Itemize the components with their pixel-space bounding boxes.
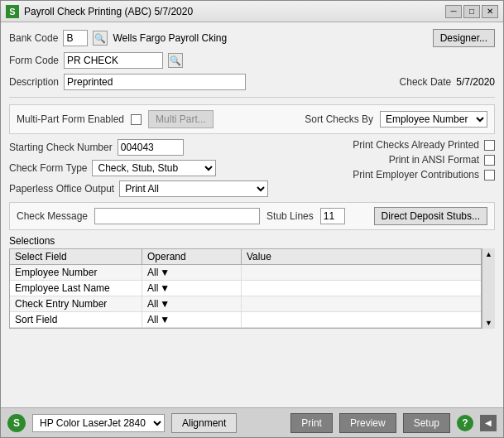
divider1 bbox=[9, 97, 495, 98]
field-employee-number: Employee Number bbox=[10, 265, 142, 280]
description-input[interactable] bbox=[64, 74, 246, 90]
print-button[interactable]: Print bbox=[290, 413, 333, 433]
table-row: Sort Field All ▼ bbox=[10, 312, 481, 328]
selections-section: Selections Select Field Operand Value Em… bbox=[9, 235, 495, 401]
print-ansi-row: Print in ANSI Format bbox=[296, 154, 495, 166]
print-ansi-checkbox[interactable] bbox=[484, 155, 495, 166]
operand-employee-lastname: All ▼ bbox=[142, 281, 242, 296]
message-section: Check Message Stub Lines Direct Deposit … bbox=[9, 202, 495, 230]
check-form-row: Check Form Type Check, Stub, Stub Stub, … bbox=[9, 160, 288, 176]
minimize-button[interactable]: ─ bbox=[445, 5, 462, 18]
table-header: Select Field Operand Value bbox=[10, 249, 481, 265]
paperless-select[interactable]: Print All Print None Print Selected bbox=[119, 180, 268, 197]
field-check-entry: Check Entry Number bbox=[10, 296, 142, 311]
sage-icon: S bbox=[7, 414, 26, 432]
table-row: Employee Last Name All ▼ bbox=[10, 281, 481, 296]
scroll-down-icon[interactable]: ▼ bbox=[485, 319, 492, 327]
bank-code-label: Bank Code bbox=[9, 32, 58, 44]
field-employee-lastname: Employee Last Name bbox=[10, 281, 142, 296]
direct-deposit-button[interactable]: Direct Deposit Stubs... bbox=[374, 207, 487, 225]
field-sort-field: Sort Field bbox=[10, 312, 142, 327]
close-button[interactable]: ✕ bbox=[482, 5, 498, 18]
operand-employee-number: All ▼ bbox=[142, 265, 242, 280]
table-row: Employee Number All ▼ bbox=[10, 265, 481, 281]
maximize-button[interactable]: □ bbox=[463, 5, 480, 18]
col-value: Value bbox=[242, 249, 481, 264]
form-code-row: Form Code 🔍 bbox=[9, 52, 495, 69]
print-employer-label: Print Employer Contributions bbox=[353, 169, 479, 180]
stub-lines-input[interactable] bbox=[320, 208, 345, 224]
print-employer-checkbox[interactable] bbox=[484, 170, 495, 180]
table-row: Check Entry Number All ▼ bbox=[10, 296, 481, 312]
preview-button[interactable]: Preview bbox=[339, 413, 396, 433]
form-code-input[interactable] bbox=[64, 52, 163, 69]
check-form-select[interactable]: Check, Stub, Stub Stub, Check, Stub Stub… bbox=[92, 160, 216, 176]
selections-label: Selections bbox=[9, 235, 495, 247]
footer: S HP Color LaserJet 2840 Alignment Print… bbox=[1, 407, 503, 437]
table-scrollbar[interactable]: ▲ ▼ bbox=[482, 248, 495, 329]
multi-part-row: Multi-Part Form Enabled Multi Part... So… bbox=[17, 110, 487, 128]
sort-by-select[interactable]: Employee Number Check Number Name bbox=[380, 111, 487, 128]
multi-part-checkbox[interactable] bbox=[131, 114, 142, 125]
main-options-section: Starting Check Number Check Form Type Ch… bbox=[9, 139, 495, 197]
description-row: Description Check Date 5/7/2020 bbox=[9, 74, 495, 90]
right-options: Print Checks Already Printed Print in AN… bbox=[296, 139, 495, 197]
bank-code-input[interactable] bbox=[63, 30, 88, 46]
content-area: Bank Code 🔍 Wells Fargo Payroll Cking De… bbox=[1, 22, 503, 407]
form-code-label: Form Code bbox=[9, 55, 59, 66]
form-search-icon[interactable]: 🔍 bbox=[168, 53, 183, 68]
print-already-row: Print Checks Already Printed bbox=[296, 139, 495, 151]
bank-name: Wells Fargo Payroll Cking bbox=[113, 32, 227, 44]
value-sort-field[interactable] bbox=[242, 312, 481, 327]
stub-lines-label: Stub Lines bbox=[266, 210, 314, 222]
value-employee-number[interactable] bbox=[242, 265, 481, 280]
paperless-row: Paperless Office Output Print All Print … bbox=[9, 180, 288, 197]
value-employee-lastname[interactable] bbox=[242, 281, 481, 296]
table-body: Employee Number All ▼ Employee Last Name… bbox=[10, 265, 481, 328]
left-options: Starting Check Number Check Form Type Ch… bbox=[9, 139, 288, 197]
print-already-label: Print Checks Already Printed bbox=[353, 139, 479, 151]
sort-by-label: Sort Checks By bbox=[305, 113, 373, 125]
check-message-input[interactable] bbox=[94, 208, 260, 224]
nav-icon[interactable]: ◀ bbox=[480, 415, 497, 431]
title-bar: S Payroll Check Printing (ABC) 5/7/2020 … bbox=[1, 1, 503, 22]
main-window: S Payroll Check Printing (ABC) 5/7/2020 … bbox=[0, 0, 504, 438]
scroll-up-icon[interactable]: ▲ bbox=[485, 250, 492, 258]
help-icon[interactable]: ? bbox=[457, 415, 473, 431]
selections-table: Select Field Operand Value Employee Numb… bbox=[9, 248, 482, 329]
operand-sort-field: All ▼ bbox=[142, 312, 242, 327]
window-controls: ─ □ ✕ bbox=[445, 5, 498, 18]
check-form-label: Check Form Type bbox=[9, 162, 87, 174]
multi-part-button: Multi Part... bbox=[148, 110, 214, 128]
paperless-label: Paperless Office Output bbox=[9, 183, 114, 195]
bank-search-icon[interactable]: 🔍 bbox=[93, 31, 108, 46]
print-employer-row: Print Employer Contributions bbox=[296, 169, 495, 180]
starting-check-row: Starting Check Number bbox=[9, 139, 288, 156]
check-date-label: Check Date bbox=[400, 76, 452, 88]
print-ansi-label: Print in ANSI Format bbox=[389, 154, 479, 166]
designer-button[interactable]: Designer... bbox=[433, 29, 495, 47]
description-label: Description bbox=[9, 76, 59, 88]
setup-button[interactable]: Setup bbox=[403, 413, 450, 433]
bank-code-row: Bank Code 🔍 Wells Fargo Payroll Cking De… bbox=[9, 29, 495, 47]
title-bar-left: S Payroll Check Printing (ABC) 5/7/2020 bbox=[6, 5, 193, 18]
app-icon: S bbox=[6, 5, 19, 18]
col-select-field: Select Field bbox=[10, 249, 142, 264]
col-operand: Operand bbox=[142, 249, 242, 264]
value-check-entry[interactable] bbox=[242, 296, 481, 311]
check-message-label: Check Message bbox=[17, 210, 88, 222]
multi-part-section: Multi-Part Form Enabled Multi Part... So… bbox=[9, 104, 495, 134]
starting-check-input[interactable] bbox=[118, 139, 184, 156]
multi-part-label: Multi-Part Form Enabled bbox=[17, 113, 124, 125]
printer-select[interactable]: HP Color LaserJet 2840 bbox=[32, 414, 165, 432]
alignment-button[interactable]: Alignment bbox=[171, 413, 237, 433]
selections-table-container: Select Field Operand Value Employee Numb… bbox=[9, 248, 495, 329]
check-date-value: 5/7/2020 bbox=[456, 76, 495, 88]
print-already-checkbox[interactable] bbox=[484, 140, 495, 151]
starting-check-label: Starting Check Number bbox=[9, 142, 113, 153]
operand-check-entry: All ▼ bbox=[142, 296, 242, 311]
window-title: Payroll Check Printing (ABC) 5/7/2020 bbox=[24, 6, 193, 17]
